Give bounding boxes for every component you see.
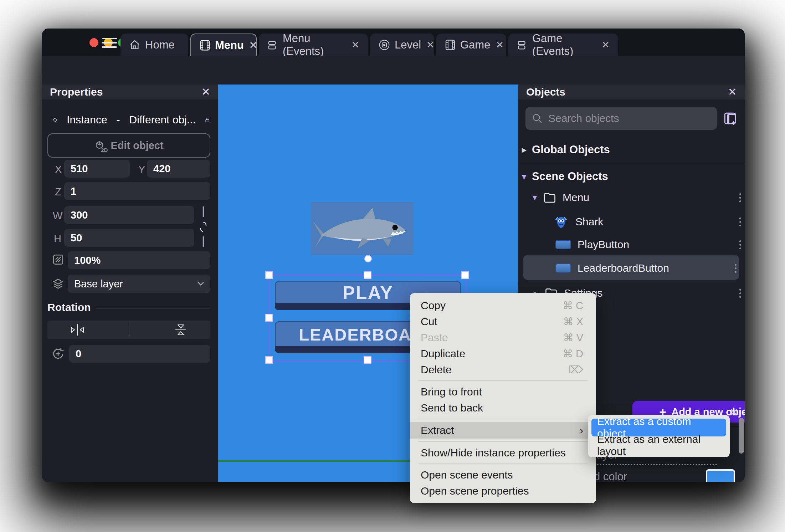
h-input[interactable] (64, 229, 194, 247)
row-menu-icon[interactable] (739, 218, 741, 226)
z-input[interactable] (64, 182, 210, 200)
y-label: Y (138, 164, 145, 175)
tab-close-icon[interactable]: ✕ (249, 40, 257, 51)
opacity-input[interactable] (68, 251, 210, 269)
rotation-input[interactable] (69, 345, 210, 363)
add-folder-icon[interactable] (722, 110, 738, 127)
main-menu-icon[interactable] (102, 38, 117, 48)
tab-close-icon[interactable]: ✕ (496, 39, 504, 51)
menu-item-copy[interactable]: Copy⌘ C (410, 297, 596, 313)
bottom-panel-close-icon[interactable]: ✕ (729, 407, 738, 418)
chevron-down-icon (197, 282, 204, 286)
menu-item-extract[interactable]: Extract› (410, 422, 596, 439)
folder-icon (543, 192, 556, 203)
submenu-arrow-icon: › (580, 424, 583, 436)
edit-object-label: Edit object (111, 140, 163, 152)
tab-menu-events[interactable]: Menu (Events) ✕ (259, 34, 368, 56)
layer-divider (591, 464, 717, 465)
tab-label: Game (Events) (532, 32, 596, 58)
menu-item-delete[interactable]: Delete⌦ (410, 362, 596, 378)
tab-game[interactable]: Game ✕ (436, 34, 506, 56)
tab-label: Level (395, 39, 421, 51)
menu-item-open-scene-events[interactable]: Open scene events (410, 467, 596, 483)
tree-row-playbutton[interactable]: PlayButton (555, 239, 741, 251)
extract-submenu: Extract as a custom object Extract as an… (588, 415, 730, 457)
row-menu-icon[interactable] (739, 289, 741, 298)
tab-close-icon[interactable]: ✕ (426, 39, 435, 51)
global-objects-group[interactable]: ▸ Global Objects (522, 143, 610, 156)
tab-close-icon[interactable]: ✕ (351, 39, 359, 51)
expanded-triangle-icon: ▾ (522, 172, 526, 181)
scrollbar-thumb[interactable] (739, 418, 744, 454)
home-icon (129, 39, 140, 51)
row-menu-icon[interactable] (739, 193, 741, 202)
screenshot-stage: Home Menu ✕ Menu (Events) ✕ (0, 0, 785, 532)
tab-close-icon[interactable]: ✕ (601, 39, 610, 51)
traffic-close-button[interactable] (89, 38, 98, 47)
events-icon (267, 39, 278, 51)
expanded-triangle-icon: ▾ (533, 193, 537, 203)
menu-item-send-to-back[interactable]: Send to back (410, 400, 596, 416)
menu-item-bring-to-front[interactable]: Bring to front (410, 384, 596, 400)
x-label: X (55, 164, 62, 175)
instance-object-name: Different obj... (129, 114, 196, 126)
events-icon (517, 39, 528, 51)
film-icon (200, 40, 210, 51)
tree-row-leaderboardbutton[interactable]: LeaderboardButton (555, 262, 737, 274)
menu-item-paste: Paste⌘ V (410, 329, 596, 346)
search-objects-field[interactable] (525, 107, 717, 130)
properties-panel: Properties ✕ Instance - Different obj...… (42, 85, 218, 482)
editor-window: Home Menu ✕ Menu (Events) ✕ (42, 29, 745, 482)
button-thumbnail-icon (555, 264, 571, 273)
layer-select-value: Base layer (74, 278, 123, 290)
selection-handle-bottom-center[interactable] (364, 356, 371, 364)
unlock-icon[interactable] (205, 114, 210, 125)
y-input[interactable] (147, 160, 210, 178)
h-label: H (54, 233, 61, 245)
menu-item-open-scene-properties[interactable]: Open scene properties (410, 483, 596, 499)
tab-menu[interactable]: Menu ✕ (190, 34, 257, 56)
rotate-handle[interactable] (364, 255, 372, 262)
button-thumbnail-icon (555, 240, 571, 249)
w-input[interactable] (64, 206, 194, 224)
shark-sprite[interactable] (311, 202, 414, 255)
tab-level[interactable]: Level ✕ (370, 34, 434, 56)
layer-select[interactable]: Base layer (68, 275, 210, 293)
selection-handle-mid-left[interactable] (265, 314, 273, 322)
edit-object-button[interactable]: 2D Edit object (47, 133, 210, 158)
tab-label: Menu (215, 39, 244, 52)
scene-objects-group[interactable]: ▾ Scene Objects (522, 170, 608, 183)
search-objects-input[interactable] (548, 112, 710, 125)
menu-item-cut[interactable]: Cut⌘ X (410, 313, 596, 329)
tree-row-shark[interactable]: Shark (553, 215, 741, 229)
objects-title: Objects (526, 86, 565, 98)
row-menu-icon[interactable] (739, 240, 741, 249)
film-icon (445, 39, 456, 51)
menu-separator (419, 380, 588, 381)
collapsed-triangle-icon: ▸ (522, 145, 526, 155)
objects-close-icon[interactable]: ✕ (728, 87, 737, 97)
flip-horizontal-icon[interactable] (69, 323, 86, 337)
row-menu-icon[interactable] (735, 264, 737, 273)
properties-close-icon[interactable]: ✕ (201, 87, 210, 97)
x-input[interactable] (64, 160, 130, 178)
shark-thumbnail-icon (553, 215, 569, 229)
background-color-swatch[interactable] (706, 469, 735, 482)
tab-game-events[interactable]: Game (Events) ✕ (508, 34, 618, 56)
submenu-item-extract-external-layout[interactable]: Extract as an external layout (591, 436, 726, 454)
selection-handle-top-left[interactable] (265, 271, 273, 279)
menu-separator (419, 441, 588, 442)
opacity-icon (52, 254, 64, 266)
tab-home[interactable]: Home (120, 34, 188, 56)
menu-item-duplicate[interactable]: Duplicate⌘ D (410, 346, 596, 362)
menu-separator (419, 464, 588, 464)
selection-handle-top-right[interactable] (461, 271, 469, 279)
instance-diamond-icon (53, 115, 57, 125)
w-label: W (53, 210, 62, 222)
tree-row-menu-folder[interactable]: ▾ Menu (533, 191, 741, 204)
link-dimensions-icon[interactable] (199, 206, 207, 248)
selection-handle-top-center[interactable] (364, 271, 371, 279)
selection-handle-bottom-left[interactable] (265, 356, 273, 364)
flip-vertical-icon[interactable] (173, 323, 189, 337)
menu-item-show-hide-instance-properties[interactable]: Show/Hide instance properties (410, 445, 596, 461)
